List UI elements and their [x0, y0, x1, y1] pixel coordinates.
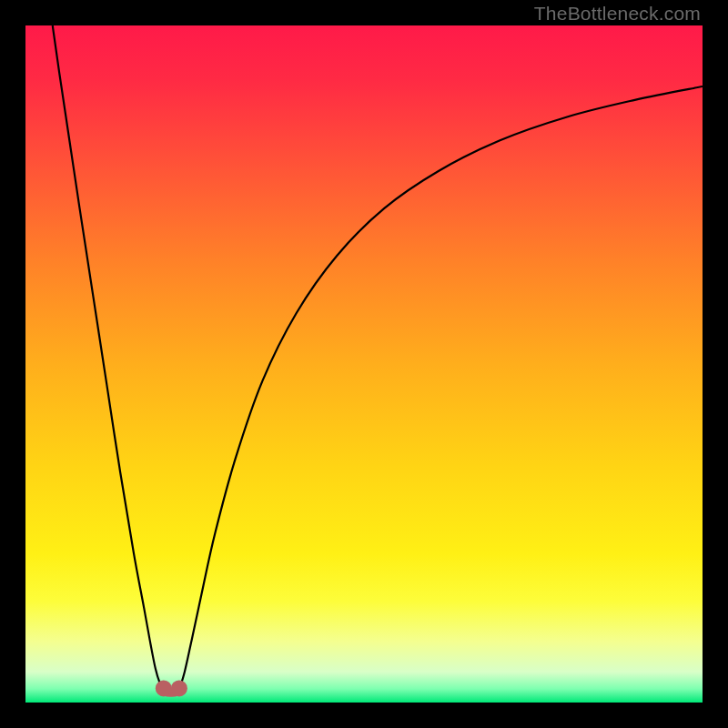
chart-stage: TheBottleneck.com [0, 0, 728, 728]
plot-area [25, 25, 703, 703]
curve-left-branch [53, 25, 163, 688]
curve-layer [25, 25, 703, 703]
watermark-text: TheBottleneck.com [534, 3, 701, 25]
u-marker-right [171, 680, 187, 696]
u-marker-left [156, 680, 172, 696]
curve-right-branch [180, 86, 703, 688]
